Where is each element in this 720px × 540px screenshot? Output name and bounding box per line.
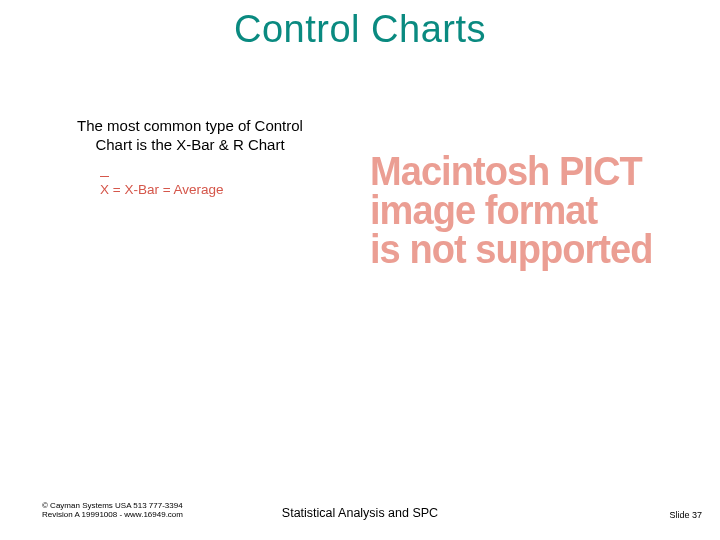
pict-unsupported-message: Macintosh PICT image format is not suppo… — [370, 152, 693, 270]
subtitle-line1: The most common type of Control — [77, 117, 303, 134]
xbar-formula: X = X-Bar = Average — [100, 182, 224, 197]
pict-line2: image format — [370, 191, 693, 230]
formula-rest: = X-Bar = Average — [109, 182, 224, 197]
subtitle: The most common type of Control Chart is… — [40, 117, 340, 155]
slide: Control Charts The most common type of C… — [0, 0, 720, 540]
footer-center: Statistical Analysis and SPC — [0, 506, 720, 520]
xbar-symbol: X — [100, 182, 109, 197]
slide-number: Slide 37 — [669, 510, 702, 520]
overline-icon — [100, 176, 109, 177]
page-title: Control Charts — [0, 8, 720, 51]
pict-line1: Macintosh PICT — [370, 152, 693, 191]
subtitle-line2: Chart is the X-Bar & R Chart — [95, 136, 284, 153]
xbar-x: X — [100, 182, 109, 197]
pict-line3: is not supported — [370, 230, 693, 269]
